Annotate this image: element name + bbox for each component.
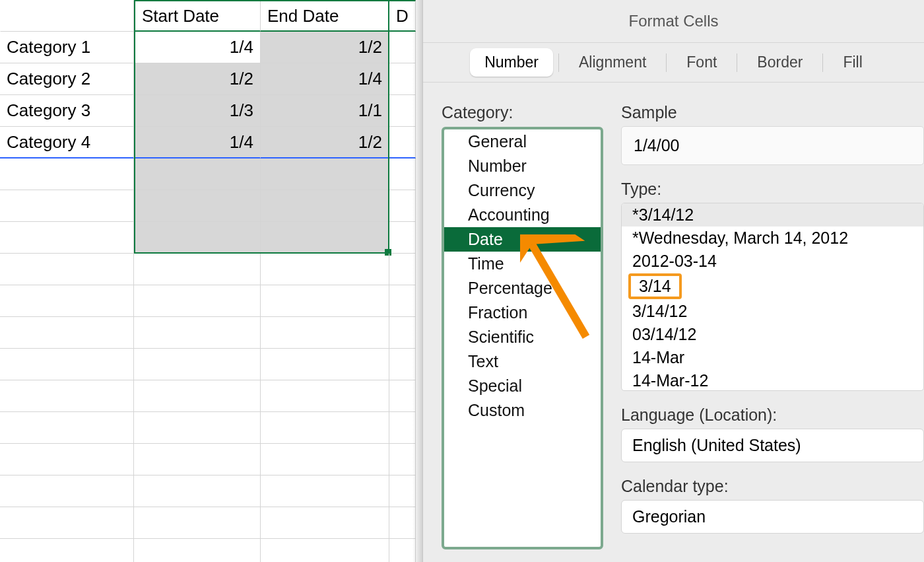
cell-empty[interactable] (0, 412, 134, 444)
cell-partial[interactable] (389, 127, 416, 158)
category-item-scientific[interactable]: Scientific (444, 325, 601, 349)
cell-empty-selected[interactable] (261, 158, 389, 190)
cell-empty[interactable] (389, 539, 416, 562)
cell-empty[interactable] (0, 475, 134, 507)
type-item[interactable]: 3/14 (628, 273, 682, 299)
cell-empty[interactable] (134, 317, 261, 349)
cell-start-date[interactable]: 1/4 (134, 32, 261, 63)
cell-empty[interactable] (261, 507, 389, 539)
type-listbox[interactable]: *3/14/12*Wednesday, March 14, 20122012-0… (621, 203, 924, 391)
cell-empty[interactable] (134, 444, 261, 475)
column-header[interactable]: Start Date (134, 0, 261, 32)
language-select[interactable]: English (United States) (621, 429, 924, 462)
cell-empty[interactable] (389, 317, 416, 349)
cell-empty[interactable] (0, 380, 134, 412)
category-item-special[interactable]: Special (444, 374, 601, 398)
cell-empty[interactable] (389, 158, 416, 190)
category-item-general[interactable]: General (444, 129, 601, 154)
cell-empty[interactable] (134, 349, 261, 380)
cell-empty[interactable] (389, 475, 416, 507)
cell-empty[interactable] (261, 285, 389, 317)
cell-empty[interactable] (0, 444, 134, 475)
category-item-time[interactable]: Time (444, 252, 601, 276)
type-item[interactable]: 2012-03-14 (622, 250, 923, 273)
category-item-number[interactable]: Number (444, 154, 601, 178)
column-header[interactable]: D (389, 0, 416, 32)
type-item[interactable]: *3/14/12 (622, 203, 923, 227)
cell-end-date[interactable]: 1/2 (261, 32, 389, 63)
cell-empty[interactable] (389, 412, 416, 444)
cell-empty[interactable] (0, 254, 134, 285)
category-item-percentage[interactable]: Percentage (444, 276, 601, 300)
tab-number[interactable]: Number (470, 48, 553, 77)
type-item[interactable]: *Wednesday, March 14, 2012 (622, 227, 923, 250)
cell-end-date[interactable]: 1/2 (261, 127, 389, 158)
cell-empty[interactable] (261, 380, 389, 412)
type-item[interactable]: 14-Mar (622, 346, 923, 369)
cell-empty[interactable] (0, 349, 134, 380)
cell-empty[interactable] (389, 190, 416, 222)
category-item-fraction[interactable]: Fraction (444, 300, 601, 325)
cell-empty[interactable] (134, 475, 261, 507)
cell-start-date[interactable]: 1/2 (134, 63, 261, 95)
category-item-custom[interactable]: Custom (444, 398, 601, 423)
tab-fill[interactable]: Fill (828, 48, 876, 77)
cell-empty-selected[interactable] (134, 190, 261, 222)
cell-empty[interactable] (0, 507, 134, 539)
cell-empty[interactable] (134, 539, 261, 562)
cell-empty[interactable] (261, 444, 389, 475)
column-header[interactable]: End Date (261, 0, 389, 32)
cell-blank-header[interactable] (0, 0, 134, 32)
cell-partial[interactable] (389, 32, 416, 63)
row-label[interactable]: Category 4 (0, 127, 134, 158)
cell-end-date[interactable]: 1/1 (261, 95, 389, 127)
cell-empty[interactable] (261, 539, 389, 562)
cell-empty[interactable] (261, 349, 389, 380)
cell-empty[interactable] (0, 317, 134, 349)
cell-empty[interactable] (389, 285, 416, 317)
row-label-empty[interactable] (0, 158, 134, 190)
cell-empty[interactable] (0, 539, 134, 562)
category-item-accounting[interactable]: Accounting (444, 203, 601, 227)
cell-empty-selected[interactable] (261, 190, 389, 222)
cell-empty[interactable] (389, 507, 416, 539)
type-item[interactable]: 3/14/12 (622, 300, 923, 323)
type-item[interactable]: 14-Mar-12 (622, 369, 923, 391)
tab-alignment[interactable]: Alignment (564, 48, 661, 77)
cell-empty[interactable] (389, 222, 416, 254)
cell-empty[interactable] (261, 475, 389, 507)
cell-start-date[interactable]: 1/4 (134, 127, 261, 158)
cell-empty[interactable] (134, 507, 261, 539)
cell-empty[interactable] (261, 412, 389, 444)
row-label[interactable]: Category 3 (0, 95, 134, 127)
cell-empty-selected[interactable] (134, 158, 261, 190)
calendar-select[interactable]: Gregorian (621, 500, 924, 534)
cell-empty[interactable] (261, 317, 389, 349)
category-listbox[interactable]: GeneralNumberCurrencyAccountingDateTimeP… (442, 127, 603, 549)
tab-border[interactable]: Border (742, 48, 817, 77)
cell-empty[interactable] (389, 254, 416, 285)
cell-empty[interactable] (134, 412, 261, 444)
cell-empty-selected[interactable] (134, 222, 261, 254)
cell-partial[interactable] (389, 95, 416, 127)
cell-empty[interactable] (134, 380, 261, 412)
cell-empty[interactable] (134, 285, 261, 317)
row-label[interactable]: Category 1 (0, 32, 134, 63)
cell-empty[interactable] (389, 380, 416, 412)
row-label-empty[interactable] (0, 222, 134, 254)
row-label[interactable]: Category 2 (0, 63, 134, 95)
row-label-empty[interactable] (0, 190, 134, 222)
category-item-date[interactable]: Date (444, 227, 601, 252)
type-item[interactable]: 03/14/12 (622, 323, 923, 346)
cell-start-date[interactable]: 1/3 (134, 95, 261, 127)
cell-empty[interactable] (0, 285, 134, 317)
cell-empty[interactable] (261, 254, 389, 285)
category-item-currency[interactable]: Currency (444, 178, 601, 203)
cell-empty-selected[interactable] (261, 222, 389, 254)
cell-empty[interactable] (389, 444, 416, 475)
cell-end-date[interactable]: 1/4 (261, 63, 389, 95)
tab-font[interactable]: Font (672, 48, 731, 77)
category-item-text[interactable]: Text (444, 349, 601, 374)
cell-partial[interactable] (389, 63, 416, 95)
spreadsheet[interactable]: Start DateEnd DateDCategory 11/41/2Categ… (0, 0, 422, 562)
